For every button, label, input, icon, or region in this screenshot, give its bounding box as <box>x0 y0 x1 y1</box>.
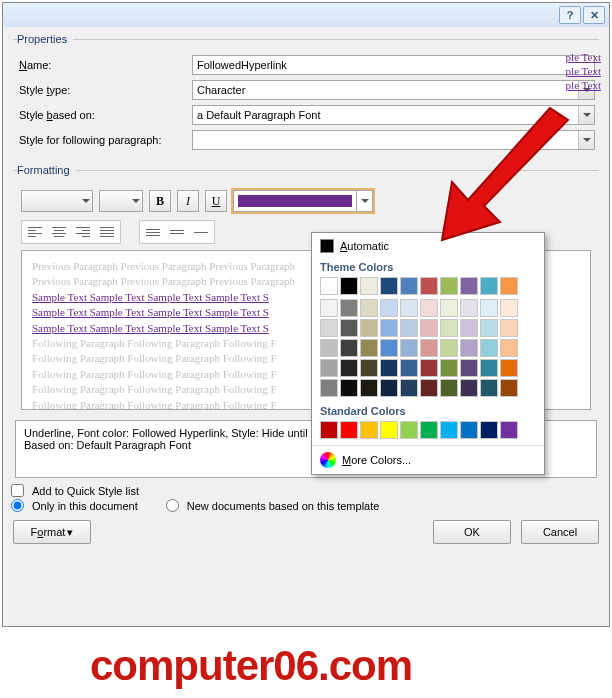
color-swatch[interactable] <box>420 339 438 357</box>
color-swatch[interactable] <box>420 379 438 397</box>
color-swatch[interactable] <box>440 339 458 357</box>
color-swatch[interactable] <box>460 421 478 439</box>
color-swatch[interactable] <box>320 339 338 357</box>
color-swatch[interactable] <box>360 359 378 377</box>
line-spacing-3-button[interactable] <box>189 222 213 242</box>
color-swatch[interactable] <box>500 319 518 337</box>
color-swatch[interactable] <box>400 339 418 357</box>
color-swatch[interactable] <box>340 379 358 397</box>
help-button[interactable]: ? <box>559 6 581 24</box>
color-swatch[interactable] <box>360 277 378 295</box>
color-swatch[interactable] <box>460 339 478 357</box>
color-swatch[interactable] <box>440 277 458 295</box>
color-swatch[interactable] <box>440 319 458 337</box>
more-colors-row[interactable]: More Colors... <box>312 445 544 474</box>
color-swatch[interactable] <box>360 339 378 357</box>
line-spacing-2-button[interactable] <box>165 222 189 242</box>
color-swatch[interactable] <box>380 379 398 397</box>
close-button[interactable]: ✕ <box>583 6 605 24</box>
color-swatch[interactable] <box>480 299 498 317</box>
color-swatch[interactable] <box>480 359 498 377</box>
color-swatch[interactable] <box>420 277 438 295</box>
bold-button[interactable]: B <box>149 190 171 212</box>
color-swatch[interactable] <box>400 359 418 377</box>
color-swatch[interactable] <box>500 379 518 397</box>
based-on-dropdown[interactable]: a Default Paragraph Font <box>192 105 595 125</box>
color-swatch[interactable] <box>320 379 338 397</box>
color-swatch[interactable] <box>500 421 518 439</box>
font-color-dropdown[interactable] <box>233 190 373 212</box>
color-swatch[interactable] <box>320 421 338 439</box>
color-swatch[interactable] <box>480 421 498 439</box>
color-swatch[interactable] <box>500 299 518 317</box>
name-input[interactable] <box>192 55 595 75</box>
font-name-dropdown[interactable] <box>21 190 93 212</box>
color-swatch[interactable] <box>500 277 518 295</box>
align-justify-button[interactable] <box>95 222 119 242</box>
color-swatch[interactable] <box>360 319 378 337</box>
color-swatch[interactable] <box>380 339 398 357</box>
color-swatch[interactable] <box>380 359 398 377</box>
color-swatch[interactable] <box>320 277 338 295</box>
color-swatch[interactable] <box>440 379 458 397</box>
color-swatch[interactable] <box>420 359 438 377</box>
color-swatch[interactable] <box>420 299 438 317</box>
color-swatch[interactable] <box>340 299 358 317</box>
color-swatch[interactable] <box>460 299 478 317</box>
underline-button[interactable]: U <box>205 190 227 212</box>
color-swatch[interactable] <box>400 319 418 337</box>
color-swatch[interactable] <box>460 379 478 397</box>
color-swatch[interactable] <box>460 277 478 295</box>
line-spacing-1-button[interactable] <box>141 222 165 242</box>
color-swatch[interactable] <box>360 421 378 439</box>
color-swatch[interactable] <box>320 299 338 317</box>
color-swatch[interactable] <box>360 299 378 317</box>
color-swatch[interactable] <box>360 379 378 397</box>
format-menu-button[interactable]: Format ▾ <box>13 520 91 544</box>
cancel-button[interactable]: Cancel <box>521 520 599 544</box>
color-swatch[interactable] <box>320 319 338 337</box>
color-swatch[interactable] <box>340 359 358 377</box>
color-swatch[interactable] <box>340 339 358 357</box>
quick-style-checkbox[interactable] <box>11 484 24 497</box>
align-right-button[interactable] <box>71 222 95 242</box>
align-center-button[interactable] <box>47 222 71 242</box>
color-swatch[interactable] <box>320 359 338 377</box>
color-swatch[interactable] <box>500 359 518 377</box>
following-para-dropdown[interactable] <box>192 130 595 150</box>
automatic-color-row[interactable]: Automatic <box>312 233 544 259</box>
color-swatch[interactable] <box>340 277 358 295</box>
color-swatch[interactable] <box>400 277 418 295</box>
color-swatch[interactable] <box>380 299 398 317</box>
color-swatch[interactable] <box>380 319 398 337</box>
automatic-swatch <box>320 239 334 253</box>
font-size-dropdown[interactable] <box>99 190 143 212</box>
formatting-legend: Formatting <box>17 164 76 176</box>
color-swatch[interactable] <box>340 319 358 337</box>
italic-button[interactable]: I <box>177 190 199 212</box>
color-swatch[interactable] <box>380 421 398 439</box>
color-swatch[interactable] <box>440 359 458 377</box>
color-swatch[interactable] <box>400 299 418 317</box>
color-swatch[interactable] <box>420 421 438 439</box>
color-swatch[interactable] <box>480 319 498 337</box>
color-swatch[interactable] <box>500 339 518 357</box>
color-swatch[interactable] <box>440 421 458 439</box>
color-swatch[interactable] <box>380 277 398 295</box>
ok-button[interactable]: OK <box>433 520 511 544</box>
color-swatch[interactable] <box>480 379 498 397</box>
color-swatch[interactable] <box>440 299 458 317</box>
theme-tints-grid <box>320 299 536 397</box>
color-swatch[interactable] <box>400 421 418 439</box>
color-swatch[interactable] <box>420 319 438 337</box>
new-docs-radio[interactable] <box>166 499 179 512</box>
color-swatch[interactable] <box>400 379 418 397</box>
only-this-doc-radio[interactable] <box>11 499 24 512</box>
color-swatch[interactable] <box>480 277 498 295</box>
style-type-dropdown[interactable]: Character <box>192 80 595 100</box>
align-left-button[interactable] <box>23 222 47 242</box>
color-swatch[interactable] <box>340 421 358 439</box>
color-swatch[interactable] <box>480 339 498 357</box>
color-swatch[interactable] <box>460 319 478 337</box>
color-swatch[interactable] <box>460 359 478 377</box>
